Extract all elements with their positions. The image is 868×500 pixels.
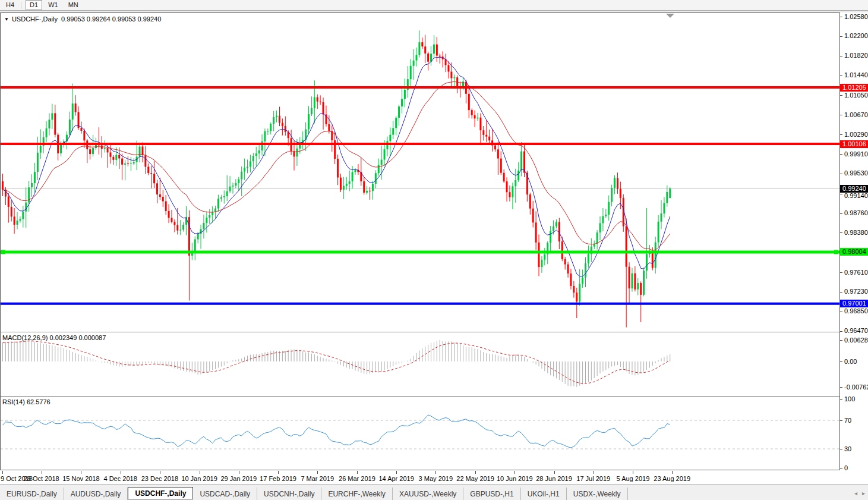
date-label: 29 Jan 2019: [221, 475, 257, 482]
time-tick: [2, 471, 3, 474]
date-label: 10 Jan 2019: [181, 475, 217, 482]
symbol-dropdown-icon[interactable]: ▼: [4, 17, 9, 22]
tab-usdcnh-daily[interactable]: USDCNH-,Daily: [257, 488, 321, 500]
date-label: 5 Aug 2019: [617, 475, 650, 482]
price-tick: [840, 272, 842, 273]
date-label: 22 May 2019: [456, 475, 494, 482]
date-label: 7 Mar 2019: [301, 475, 334, 482]
date-label: 23 Dec 2018: [141, 475, 178, 482]
tab-scrollers: ◂▸: [850, 490, 865, 496]
macd-tick-label: 0.006286: [844, 337, 868, 344]
price-tick: [840, 36, 842, 37]
ma-slow-line: [3, 81, 670, 250]
price-tick-label: 0.99530: [844, 169, 868, 177]
tab-scroll-left-icon[interactable]: ◂: [854, 490, 857, 496]
date-label: 3 May 2019: [419, 475, 453, 482]
price-tick-label: 1.01440: [844, 71, 868, 79]
time-tick: [554, 471, 555, 474]
price-tick-label: 1.01820: [844, 52, 868, 59]
rsi-tick-label: 0: [844, 464, 848, 472]
macd-tick-label: -0.00762: [844, 383, 868, 391]
timeframe-button-mn[interactable]: MN: [64, 0, 83, 10]
price-tick: [840, 174, 842, 174]
chart-ohlc-values: 0.99053 0.99264 0.99053 0.99240: [61, 15, 161, 23]
rsi-tick: [840, 399, 842, 400]
date-label: 14 Apr 2019: [378, 475, 414, 482]
price-tick-label: 1.01050: [844, 92, 868, 99]
time-tick: [160, 471, 160, 474]
app-window: { "toolbar": { "buttons": [ {"label": "H…: [0, 0, 868, 500]
chart-header: ▼USDCHF-,Daily 0.99053 0.99264 0.99053 0…: [4, 15, 161, 23]
time-tick: [239, 471, 239, 474]
resistance-line-1-price-label: 1.01205: [840, 84, 868, 92]
tab-scroll-right-icon[interactable]: ▸: [862, 490, 865, 496]
time-tick: [515, 471, 515, 474]
timeframe-button-d1[interactable]: D1: [26, 0, 42, 10]
time-axis[interactable]: 9 Oct 201828 Oct 201815 Nov 20184 Dec 20…: [0, 471, 839, 484]
time-tick: [396, 471, 397, 474]
date-label: 28 Jun 2019: [536, 475, 572, 482]
resistance-line-2-price-label: 1.00106: [840, 140, 868, 148]
price-scale[interactable]: 1.025801.022001.018201.014401.010501.006…: [840, 12, 868, 470]
macd-tick-label: 0.00: [844, 358, 857, 366]
tab-eurusd-daily[interactable]: EURUSD-,Daily: [0, 488, 64, 500]
price-tick: [840, 292, 842, 293]
chart-symbol-label: USDCHF-,Daily: [12, 15, 58, 23]
time-tick: [475, 471, 476, 474]
tab-ukoil-h1[interactable]: UKOil-,H1: [521, 488, 567, 500]
rsi-tick-label: 30: [844, 445, 851, 453]
price-tick-label: 1.00670: [844, 111, 868, 119]
support-line-green-price-label: 0.98004: [840, 248, 868, 256]
price-tick-label: 0.98760: [844, 209, 868, 217]
price-tick-label: 0.97610: [844, 269, 868, 276]
price-tick-label: 0.99140: [844, 192, 868, 200]
rsi-tick: [840, 420, 842, 421]
tab-usdcad-daily[interactable]: USDCAD-,Daily: [193, 488, 257, 500]
price-tick: [840, 331, 842, 332]
rsi-tick-label: 100: [844, 395, 855, 403]
time-tick: [42, 471, 42, 474]
tab-xauusd-weekly[interactable]: XAUUSD-,Weekly: [393, 488, 463, 500]
price-tick: [840, 115, 842, 115]
date-label: 4 Dec 2018: [103, 475, 137, 482]
price-chart-canvas[interactable]: [1, 13, 839, 332]
timeframe-button-w1[interactable]: W1: [44, 0, 62, 10]
price-tick: [840, 312, 842, 312]
price-tick: [840, 134, 842, 135]
toolbar-separator: [21, 2, 21, 9]
tab-usdchf-daily[interactable]: USDCHF-,Daily: [128, 487, 193, 499]
price-tick-label: 0.97230: [844, 288, 868, 295]
price-tick: [840, 17, 842, 17]
macd-tick: [840, 387, 842, 388]
ma-fast-line: [3, 57, 670, 276]
rsi-tick: [840, 449, 842, 449]
support-line-green[interactable]: [1, 250, 839, 254]
chart-tab-bar: EURUSD-,DailyAUDUSD-,DailyUSDCHF-,DailyU…: [0, 484, 868, 500]
time-tick: [200, 471, 200, 474]
rsi-tick-label: 70: [844, 417, 851, 424]
tab-eurchf-weekly[interactable]: EURCHF-,Weekly: [321, 488, 392, 500]
timeframe-toolbar: H4D1W1MN: [0, 0, 868, 11]
price-tick: [840, 56, 842, 56]
time-tick: [121, 471, 121, 474]
rsi-line: [3, 415, 670, 448]
date-label: 17 Jul 2019: [576, 475, 610, 482]
macd-tick: [840, 340, 842, 341]
chart-shift-marker[interactable]: [666, 14, 674, 18]
rsi-panel-canvas[interactable]: [1, 397, 839, 470]
time-tick: [435, 471, 436, 474]
tab-gbpusd-h1[interactable]: GBPUSD-,H1: [463, 488, 520, 500]
date-label: 10 Jun 2019: [497, 475, 533, 482]
macd-panel-canvas[interactable]: [1, 332, 839, 396]
tab-audusd-daily[interactable]: AUDUSD-,Daily: [64, 488, 128, 500]
rsi-tick: [840, 468, 842, 468]
time-tick: [594, 471, 594, 474]
price-tick: [840, 213, 842, 214]
macd-histogram: [3, 340, 670, 387]
line-handle: [834, 250, 838, 254]
price-tick-label: 1.02580: [844, 13, 868, 21]
price-tick-label: 1.02200: [844, 32, 868, 40]
tab-usdx-weekly[interactable]: USDX-,Weekly: [567, 488, 628, 500]
timeframe-button-h4[interactable]: H4: [2, 0, 18, 10]
price-tick: [840, 232, 842, 233]
